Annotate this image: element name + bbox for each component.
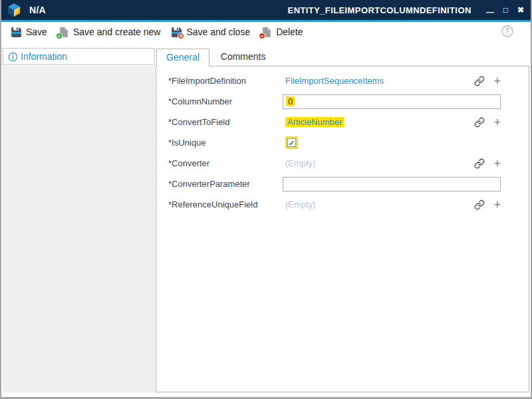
field-row-converterparameter: *ConverterParameter: [168, 174, 501, 194]
tab-general[interactable]: General: [156, 49, 209, 66]
save-and-create-new-button[interactable]: + Save and create new: [53, 25, 166, 39]
field-row-referenceuniquefield: *ReferenceUniqueField (Empty) +: [168, 194, 501, 215]
columnnumber-value: 0: [286, 96, 295, 106]
save-and-close-button[interactable]: ✕ Save and close: [166, 25, 255, 39]
maximize-icon[interactable]: □: [503, 6, 508, 14]
link-record-icon[interactable]: [474, 117, 485, 128]
entity-title: ENTITY_FILEIMPORTCOLUMNDEFINITION: [288, 5, 471, 15]
referenceuniquefield-empty-value[interactable]: (Empty): [285, 200, 316, 209]
add-record-icon[interactable]: +: [493, 116, 501, 128]
converter-empty-value[interactable]: (Empty): [285, 158, 316, 168]
field-row-converttofield: *ConvertToField ArticleNumber +: [168, 112, 501, 132]
field-label: *ConverterParameter: [168, 179, 283, 189]
general-tab-panel: *FileImportDefinition FileImportSequence…: [156, 66, 529, 392]
columnnumber-input[interactable]: 0: [283, 94, 501, 109]
field-row-columnnumber: *ColumnNumber 0: [168, 91, 501, 112]
delete-document-icon: −: [261, 27, 272, 38]
help-icon[interactable]: ?: [501, 25, 513, 37]
field-label: *FileImportDefinition: [168, 76, 283, 86]
fileimportdefinition-link[interactable]: FileImportSequenceItems: [285, 76, 384, 86]
app-logo-icon: [7, 3, 21, 17]
sidebar-item-information[interactable]: Information: [3, 48, 155, 65]
tab-comments[interactable]: Comments: [209, 49, 277, 66]
field-label: *ColumnNumber: [168, 96, 283, 106]
field-label: *ReferenceUniqueField: [168, 200, 283, 209]
tab-bar: General Comments: [156, 49, 277, 66]
sidebar-panel: [3, 66, 155, 392]
sidebar-item-label: Information: [21, 51, 67, 62]
field-row-isunique: *IsUnique ✓: [168, 132, 501, 153]
field-row-fileimportdefinition: *FileImportDefinition FileImportSequence…: [168, 70, 501, 91]
checkbox-check-icon: ✓: [287, 138, 296, 147]
app-title: N/A: [29, 5, 46, 15]
info-icon: [8, 52, 18, 62]
close-icon[interactable]: ✖: [517, 6, 524, 14]
minimize-icon[interactable]: —: [486, 8, 494, 16]
save-create-new-document-icon: +: [58, 27, 69, 38]
field-label: *IsUnique: [168, 138, 283, 148]
save-and-close-label: Save and close: [186, 27, 250, 37]
link-record-icon[interactable]: [474, 200, 485, 210]
field-row-converter: *Converter (Empty) +: [168, 153, 501, 174]
delete-button[interactable]: − Delete: [255, 25, 308, 39]
add-record-icon[interactable]: +: [493, 75, 501, 87]
titlebar: N/A ENTITY_FILEIMPORTCOLUMNDEFINITION — …: [1, 0, 531, 20]
add-record-icon[interactable]: +: [493, 158, 501, 170]
link-record-icon[interactable]: [474, 158, 485, 169]
converterparameter-input[interactable]: [283, 177, 501, 192]
content-area: Information General Comments *FileImport…: [1, 42, 531, 397]
save-label: Save: [26, 27, 47, 37]
field-label: *ConvertToField: [168, 117, 283, 127]
plus-badge-icon: +: [56, 33, 63, 39]
save-floppy-icon: [11, 27, 22, 38]
field-label: *Converter: [168, 158, 283, 168]
save-and-create-new-label: Save and create new: [73, 27, 161, 37]
delete-label: Delete: [276, 27, 303, 37]
save-close-floppy-icon: ✕: [171, 27, 182, 38]
add-record-icon[interactable]: +: [493, 199, 501, 211]
minus-badge-icon: −: [259, 33, 265, 39]
toolbar: Save + Save and create new ✕: [1, 22, 531, 42]
isunique-checkbox[interactable]: ✓: [285, 136, 298, 149]
app-window: N/A ENTITY_FILEIMPORTCOLUMNDEFINITION — …: [0, 0, 532, 399]
save-button[interactable]: Save: [5, 25, 53, 39]
link-record-icon[interactable]: [474, 76, 485, 86]
close-badge-icon: ✕: [178, 33, 184, 39]
window-controls: — □ ✖: [486, 6, 524, 14]
converttofield-link[interactable]: ArticleNumber: [285, 117, 344, 127]
